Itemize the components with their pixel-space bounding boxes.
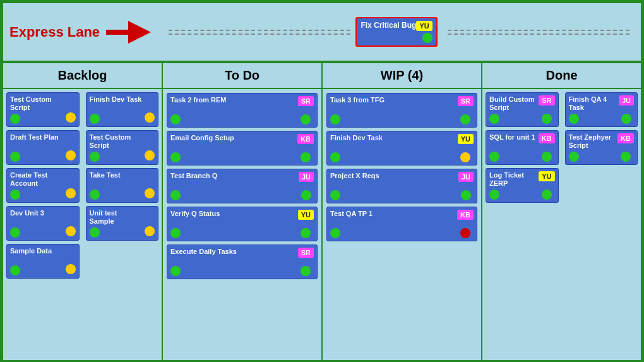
card-dot [10, 227, 20, 238]
column-wip-header: WIP (4) [323, 63, 481, 89]
card-finish-dev-task-wip[interactable]: Finish Dev Task YU [326, 131, 477, 166]
card-title: Test Custom Script [10, 95, 63, 112]
card-title: Draft Test Plan [10, 133, 63, 142]
card-test-zephyer-script[interactable]: Test Zephyer Script KB [565, 130, 638, 165]
card-dot [489, 152, 499, 162]
card-badge: JU [619, 95, 634, 106]
card-test-custom-script-2[interactable]: Test Custom Script [86, 130, 159, 165]
card-title: Build Custom Script [489, 95, 536, 112]
card-title: Project X Reqs [330, 172, 456, 180]
card-title: Task 3 from TFG [330, 96, 455, 104]
card-take-test[interactable]: Take Test [86, 168, 159, 203]
card-dot-right [301, 266, 311, 276]
card-dot [170, 114, 181, 124]
dash-line-top-right [448, 30, 629, 31]
card-dot [489, 190, 499, 200]
card-dot [170, 190, 181, 200]
card-dot-right [301, 228, 311, 238]
express-dashes-right [448, 30, 629, 35]
card-dot [10, 114, 20, 124]
card-test-custom-script[interactable]: Test Custom Script [6, 92, 80, 127]
card-dot [170, 228, 181, 238]
card-badge: KB [617, 133, 634, 143]
todo-body: Task 2 from REM SR Email Config Setup KB [163, 89, 321, 362]
card-title: Dev Unit 3 [10, 209, 63, 217]
card-title: Email Config Setup [170, 134, 295, 142]
express-card-dot [422, 33, 432, 43]
card-execute-daily-tasks[interactable]: Execute Daily Tasks SR [167, 244, 318, 279]
card-title: Finish Dev Task [90, 95, 143, 104]
card-build-custom-script[interactable]: Build Custom Script SR [486, 92, 559, 127]
express-card[interactable]: Fix Critical Bug YU [355, 17, 437, 47]
arrow-shaft [106, 30, 131, 35]
card-badge: YU [539, 171, 554, 181]
column-done-header: Done [482, 63, 641, 89]
card-title: Create Test Account [10, 171, 63, 188]
card-title: SQL for unit 1 [489, 133, 536, 142]
arrow-icon [128, 21, 151, 44]
card-yellow-indicator [66, 112, 76, 123]
card-dot [90, 114, 100, 124]
card-unit-test-sample[interactable]: Unit test Sample [86, 206, 159, 241]
card-email-config-setup[interactable]: Email Config Setup KB [167, 131, 318, 166]
wip-body: Task 3 from TFG SR Finish Dev Task YU [323, 89, 481, 362]
card-badge: KB [539, 133, 555, 143]
card-title: Finish QA 4 Task [569, 95, 616, 112]
card-title: Verify Q Status [170, 210, 295, 218]
card-project-x-reqs[interactable]: Project X Reqs JU [326, 169, 477, 203]
card-test-branch-q[interactable]: Test Branch Q JU [167, 169, 318, 203]
card-dev-unit-3[interactable]: Dev Unit 3 [6, 206, 80, 241]
card-title: Log Ticket ZERP [489, 171, 536, 188]
card-dot-right [621, 114, 631, 124]
card-draft-test-plan[interactable]: Draft Test Plan [6, 130, 80, 165]
card-create-test-account[interactable]: Create Test Account [6, 168, 80, 203]
card-task3-from-tfg[interactable]: Task 3 from TFG SR [326, 93, 477, 128]
column-backlog-header: Backlog [3, 63, 162, 89]
express-card-badge: YU [416, 21, 432, 31]
done-sub-1: Build Custom Script SR SQL for unit 1 KB [482, 89, 562, 362]
backlog-sub-2: Finish Dev Task Test Custom Script [83, 89, 162, 362]
card-title: Test Branch Q [170, 172, 296, 180]
dash-line-bottom [169, 33, 350, 35]
card-dot [170, 266, 181, 276]
card-title: Execute Daily Tasks [170, 248, 295, 256]
card-title: Take Test [90, 171, 143, 179]
card-dot [90, 227, 100, 238]
card-yellow-indicator [66, 150, 76, 160]
card-dot-right [461, 190, 471, 200]
dash-line-top [169, 30, 350, 31]
card-badge: SR [539, 95, 554, 106]
card-sample-data[interactable]: Sample Data [6, 244, 80, 279]
column-todo-header: To Do [163, 63, 321, 89]
card-log-ticket-zerp[interactable]: Log Ticket ZERP YU [486, 168, 559, 203]
card-badge: SR [458, 96, 474, 106]
card-sql-for-unit1[interactable]: SQL for unit 1 KB [486, 130, 559, 165]
card-dot [90, 190, 100, 200]
card-dot-right [460, 114, 470, 124]
express-dashes [169, 30, 350, 35]
card-verify-q-status[interactable]: Verify Q Status YU [167, 207, 318, 241]
card-dot [330, 152, 340, 162]
card-dot-right [542, 114, 552, 124]
card-finish-qa4-task[interactable]: Finish QA 4 Task JU [565, 92, 638, 127]
card-finish-dev-task[interactable]: Finish Dev Task [86, 92, 159, 127]
main-board: Backlog Test Custom Script Draf [2, 62, 642, 362]
card-dot [90, 152, 100, 162]
card-dot-right [542, 152, 552, 162]
column-done: Done Build Custom Script SR SQL for u [482, 63, 641, 362]
card-badge: YU [458, 134, 474, 144]
card-task2-from-rem[interactable]: Task 2 from REM SR [167, 93, 318, 128]
done-body: Build Custom Script SR SQL for unit 1 KB [482, 89, 641, 362]
card-badge: JU [458, 172, 474, 182]
card-test-qa-tp1[interactable]: Test QA TP 1 KB [326, 207, 477, 241]
card-dot [569, 152, 579, 162]
express-lane: Express Lane Fix Critical Bug YU [2, 2, 642, 62]
card-dot [330, 114, 340, 124]
card-yellow-indicator [145, 188, 155, 198]
card-dot [330, 228, 340, 238]
card-dot-right [621, 152, 631, 162]
card-dot [170, 152, 181, 162]
card-title: Test Zephyer Script [569, 133, 616, 150]
card-dot [330, 190, 340, 200]
card-title: Task 2 from REM [170, 96, 295, 104]
